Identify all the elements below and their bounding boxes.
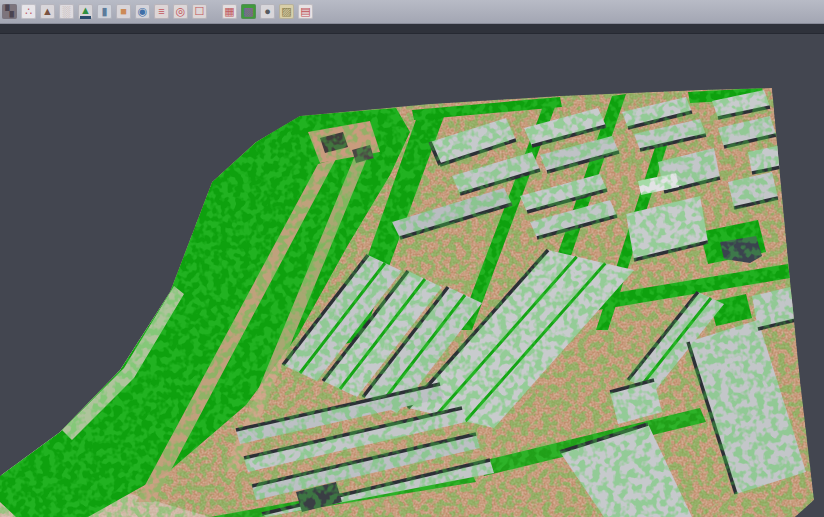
dark-sphere-icon[interactable]: ● [260,4,275,19]
globe-icon[interactable]: ◉ [135,4,150,19]
layers-icon[interactable]: ▤ [298,4,313,19]
toolbar: ▚∴▲░▲▮■◉≡◎☐▦▩●▨▤ [0,0,824,24]
viewport-3d[interactable] [0,0,824,517]
sparse-cloud-icon[interactable]: ░ [59,4,74,19]
toolbar-viewport-separator [0,24,824,34]
markers-icon[interactable]: ∴ [21,4,36,19]
column-icon[interactable]: ▮ [97,4,112,19]
orthophoto-icon[interactable]: ■ [116,4,131,19]
attribute-table-icon[interactable]: ≡ [154,4,169,19]
target-icon[interactable]: ◎ [173,4,188,19]
pan-tool-icon[interactable]: ▚ [2,4,17,19]
selection-box-icon[interactable]: ☐ [192,4,207,19]
dem-icon[interactable]: ▲ [78,4,93,19]
terrain-model-icon[interactable]: ▲ [40,4,55,19]
classification-map-icon[interactable]: ▩ [241,4,256,19]
toolbar-group-separator [211,4,218,19]
application-window: { "app": { "viewport_background": "#4346… [0,0,824,517]
tie-points-icon[interactable]: ▨ [279,4,294,19]
raster-grid-icon[interactable]: ▦ [222,4,237,19]
vegetation-speckle [0,60,824,517]
classified-pointcloud-scene [0,0,824,517]
